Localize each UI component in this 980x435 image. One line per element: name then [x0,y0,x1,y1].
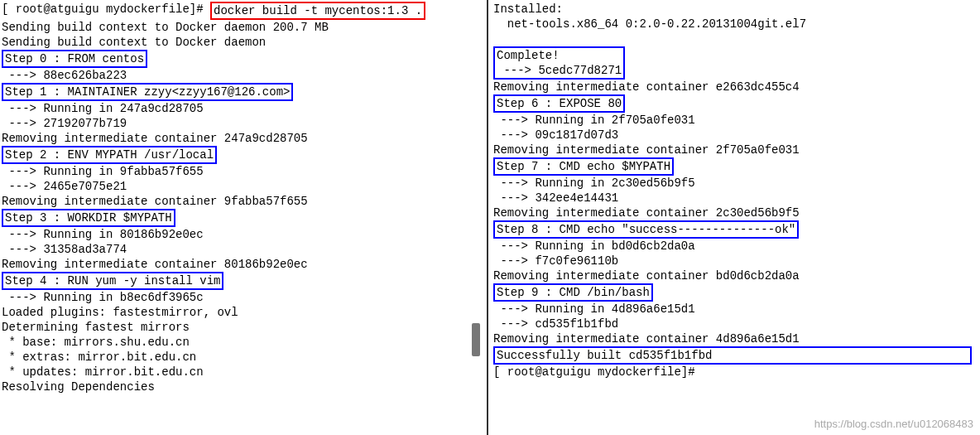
output-line: * updates: mirror.bit.edu.cn [2,365,485,379]
step-8-box: Step 8 : CMD echo "success--------------… [493,220,799,239]
watermark: https://blog.csdn.net/u012068483 [814,418,973,430]
output-line: ---> 88ec626ba223 [2,68,485,83]
docker-build-command: docker build -t mycentos:1.3 . [210,2,425,20]
blank-line [493,31,975,46]
step-0-box: Step 0 : FROM centos [2,50,147,68]
output-line: ---> Running in 2c30ed56b9f5 [493,176,975,191]
output-line: Loaded plugins: fastestmirror, ovl [2,305,485,320]
output-line: ---> Running in 9fabba57f655 [2,164,485,179]
output-line: net-tools.x86_64 0:2.0-0.22.20131004git.… [493,17,975,31]
output-line: ---> cd535f1b1fbd [493,317,975,331]
output-line: ---> 2465e7075e21 [2,179,485,194]
output-line: ---> Running in 247a9cd28705 [2,101,485,116]
output-line: Removing intermediate container 80186b92… [2,257,485,272]
shell-prompt: [ root@atguigu mydockerfile]# [2,2,210,17]
output-line: ---> Running in 4d896a6e15d1 [493,302,975,317]
output-line: Removing intermediate container bd0d6cb2… [493,268,975,283]
output-line: Removing intermediate container 2c30ed56… [493,205,975,220]
output-line: Removing intermediate container 247a9cd2… [2,131,485,146]
output-line: ---> Running in bd0d6cb2da0a [493,239,975,254]
shell-prompt-end: [ root@atguigu mydockerfile]# [493,365,975,379]
step-4-box: Step 4 : RUN yum -y install vim [2,272,223,290]
output-line: * base: mirrors.shu.edu.cn [2,335,485,350]
step-2-box: Step 2 : ENV MYPATH /usr/local [2,146,217,164]
step-9-box: Step 9 : CMD /bin/bash [493,283,653,302]
output-line: ---> 31358ad3a774 [2,242,485,257]
output-line: ---> 09c1817d07d3 [493,128,975,143]
step-3-box: Step 3 : WORKDIR $MYPATH [2,209,175,227]
output-line: Determining fastest mirrors [2,320,485,335]
output-line: Removing intermediate container 4d896a6e… [493,331,975,346]
scrollbar-thumb[interactable] [472,323,480,356]
terminal-left[interactable]: [ root@atguigu mydockerfile]# docker bui… [0,0,488,435]
step-1-box: Step 1 : MAINTAINER zzyy<zzyy167@126.com… [2,83,293,101]
output-line: Sending build context to Docker daemon [2,35,485,50]
output-line: Removing intermediate container 2f705a0f… [493,143,975,157]
output-line: ---> f7c0fe96110b [493,254,975,268]
output-line: Installed: [493,2,975,17]
output-line: Sending build context to Docker daemon 2… [2,20,485,35]
step-7-box: Step 7 : CMD echo $MYPATH [493,157,674,176]
output-line: Removing intermediate container e2663dc4… [493,80,975,94]
step-6-box: Step 6 : EXPOSE 80 [493,94,625,113]
output-line: ---> Running in b8ec6df3965c [2,290,485,305]
output-line: ---> Running in 2f705a0fe031 [493,113,975,128]
output-line: * extras: mirror.bit.edu.cn [2,350,485,365]
output-line: Removing intermediate container 9fabba57… [2,194,485,209]
prompt-line: [ root@atguigu mydockerfile]# docker bui… [2,2,485,20]
output-line: Resolving Dependencies [2,379,485,394]
output-line: ---> 27192077b719 [2,116,485,131]
success-box: Successfully built cd535f1b1fbd [493,346,972,365]
complete-box: Complete! ---> 5cedc77d8271 [493,46,625,80]
terminal-right[interactable]: Installed: net-tools.x86_64 0:2.0-0.22.2… [488,0,980,435]
output-line: ---> 342ee4e14431 [493,191,975,205]
output-line: ---> Running in 80186b92e0ec [2,227,485,242]
